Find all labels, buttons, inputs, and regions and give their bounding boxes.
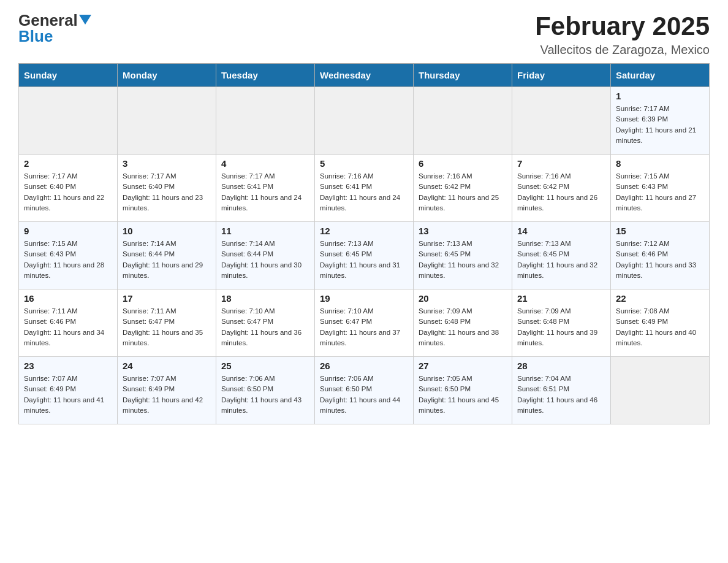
calendar-table: Sunday Monday Tuesday Wednesday Thursday… [18,63,710,424]
header-sunday: Sunday [19,64,118,87]
day-detail: Sunrise: 7:07 AMSunset: 6:49 PMDaylight:… [123,373,211,416]
day-detail: Sunrise: 7:16 AMSunset: 6:42 PMDaylight:… [517,171,605,213]
page-header: General Blue February 2025 Vallecitos de… [18,12,710,57]
calendar-day-cell [216,87,315,155]
day-number: 28 [517,361,605,371]
day-detail: Sunrise: 7:15 AMSunset: 6:43 PMDaylight:… [616,171,704,213]
day-detail: Sunrise: 7:13 AMSunset: 6:45 PMDaylight:… [419,239,507,281]
day-detail: Sunrise: 7:07 AMSunset: 6:49 PMDaylight:… [24,373,112,416]
day-number: 19 [320,293,408,304]
location-subtitle: Vallecitos de Zaragoza, Mexico [535,43,710,57]
calendar-day-cell: 2Sunrise: 7:17 AMSunset: 6:40 PMDaylight… [19,155,118,222]
calendar-day-cell: 15Sunrise: 7:12 AMSunset: 6:46 PMDayligh… [611,222,710,289]
header-monday: Monday [118,64,216,87]
calendar-day-cell: 28Sunrise: 7:04 AMSunset: 6:51 PMDayligh… [512,357,611,424]
day-number: 15 [616,226,704,236]
day-number: 10 [123,226,211,236]
day-detail: Sunrise: 7:09 AMSunset: 6:48 PMDaylight:… [517,306,605,348]
logo-blue-text: Blue [18,28,53,44]
day-number: 26 [320,361,408,371]
day-detail: Sunrise: 7:13 AMSunset: 6:45 PMDaylight:… [320,239,408,281]
calendar-day-cell [315,87,414,155]
day-number: 1 [616,91,704,101]
day-number: 9 [24,226,112,236]
logo-triangle-icon [79,15,91,25]
day-number: 25 [221,361,309,371]
day-number: 17 [123,293,211,304]
day-number: 4 [221,158,309,169]
calendar-day-cell: 3Sunrise: 7:17 AMSunset: 6:40 PMDaylight… [118,155,216,222]
weekday-header-row: Sunday Monday Tuesday Wednesday Thursday… [19,64,710,87]
calendar-day-cell: 19Sunrise: 7:10 AMSunset: 6:47 PMDayligh… [315,289,414,357]
calendar-day-cell: 4Sunrise: 7:17 AMSunset: 6:41 PMDaylight… [216,155,315,222]
calendar-day-cell: 5Sunrise: 7:16 AMSunset: 6:41 PMDaylight… [315,155,414,222]
day-number: 13 [419,226,507,236]
calendar-day-cell: 7Sunrise: 7:16 AMSunset: 6:42 PMDaylight… [512,155,611,222]
calendar-day-cell: 13Sunrise: 7:13 AMSunset: 6:45 PMDayligh… [414,222,512,289]
calendar-day-cell: 23Sunrise: 7:07 AMSunset: 6:49 PMDayligh… [19,357,118,424]
calendar-day-cell [512,87,611,155]
calendar-day-cell: 20Sunrise: 7:09 AMSunset: 6:48 PMDayligh… [414,289,512,357]
day-number: 23 [24,361,112,371]
day-detail: Sunrise: 7:14 AMSunset: 6:44 PMDaylight:… [221,239,309,281]
day-number: 11 [221,226,309,236]
calendar-day-cell: 21Sunrise: 7:09 AMSunset: 6:48 PMDayligh… [512,289,611,357]
day-detail: Sunrise: 7:12 AMSunset: 6:46 PMDaylight:… [616,239,704,281]
header-tuesday: Tuesday [216,64,315,87]
calendar-week-row: 2Sunrise: 7:17 AMSunset: 6:40 PMDaylight… [19,155,710,222]
day-detail: Sunrise: 7:10 AMSunset: 6:47 PMDaylight:… [320,306,408,348]
day-detail: Sunrise: 7:13 AMSunset: 6:45 PMDaylight:… [517,239,605,281]
day-number: 24 [123,361,211,371]
day-number: 3 [123,158,211,169]
calendar-title: February 2025 [535,12,710,40]
calendar-day-cell: 6Sunrise: 7:16 AMSunset: 6:42 PMDaylight… [414,155,512,222]
logo: General Blue [18,12,91,44]
day-number: 22 [616,293,704,304]
calendar-day-cell: 1Sunrise: 7:17 AMSunset: 6:39 PMDaylight… [611,87,710,155]
title-block: February 2025 Vallecitos de Zaragoza, Me… [535,12,710,57]
header-friday: Friday [512,64,611,87]
calendar-day-cell: 26Sunrise: 7:06 AMSunset: 6:50 PMDayligh… [315,357,414,424]
day-detail: Sunrise: 7:08 AMSunset: 6:49 PMDaylight:… [616,306,704,348]
day-number: 27 [419,361,507,371]
day-number: 21 [517,293,605,304]
calendar-day-cell: 10Sunrise: 7:14 AMSunset: 6:44 PMDayligh… [118,222,216,289]
day-detail: Sunrise: 7:10 AMSunset: 6:47 PMDaylight:… [221,306,309,348]
calendar-day-cell [118,87,216,155]
header-saturday: Saturday [611,64,710,87]
day-detail: Sunrise: 7:16 AMSunset: 6:42 PMDaylight:… [419,171,507,213]
logo-general-text: General [18,12,78,28]
calendar-day-cell: 14Sunrise: 7:13 AMSunset: 6:45 PMDayligh… [512,222,611,289]
day-number: 20 [419,293,507,304]
day-number: 2 [24,158,112,169]
calendar-day-cell: 16Sunrise: 7:11 AMSunset: 6:46 PMDayligh… [19,289,118,357]
header-wednesday: Wednesday [315,64,414,87]
calendar-week-row: 1Sunrise: 7:17 AMSunset: 6:39 PMDaylight… [19,87,710,155]
day-number: 6 [419,158,507,169]
day-number: 14 [517,226,605,236]
calendar-day-cell: 25Sunrise: 7:06 AMSunset: 6:50 PMDayligh… [216,357,315,424]
day-detail: Sunrise: 7:17 AMSunset: 6:41 PMDaylight:… [221,171,309,213]
day-detail: Sunrise: 7:06 AMSunset: 6:50 PMDaylight:… [320,373,408,416]
calendar-day-cell: 24Sunrise: 7:07 AMSunset: 6:49 PMDayligh… [118,357,216,424]
day-number: 7 [517,158,605,169]
calendar-day-cell: 18Sunrise: 7:10 AMSunset: 6:47 PMDayligh… [216,289,315,357]
calendar-day-cell: 27Sunrise: 7:05 AMSunset: 6:50 PMDayligh… [414,357,512,424]
day-detail: Sunrise: 7:14 AMSunset: 6:44 PMDaylight:… [123,239,211,281]
calendar-week-row: 23Sunrise: 7:07 AMSunset: 6:49 PMDayligh… [19,357,710,424]
day-detail: Sunrise: 7:09 AMSunset: 6:48 PMDaylight:… [419,306,507,348]
calendar-day-cell: 8Sunrise: 7:15 AMSunset: 6:43 PMDaylight… [611,155,710,222]
day-detail: Sunrise: 7:17 AMSunset: 6:40 PMDaylight:… [24,171,112,213]
day-detail: Sunrise: 7:15 AMSunset: 6:43 PMDaylight:… [24,239,112,281]
day-number: 8 [616,158,704,169]
day-detail: Sunrise: 7:05 AMSunset: 6:50 PMDaylight:… [419,373,507,416]
day-number: 12 [320,226,408,236]
day-detail: Sunrise: 7:04 AMSunset: 6:51 PMDaylight:… [517,373,605,416]
day-number: 16 [24,293,112,304]
calendar-day-cell [414,87,512,155]
day-detail: Sunrise: 7:17 AMSunset: 6:39 PMDaylight:… [616,104,704,146]
calendar-day-cell: 17Sunrise: 7:11 AMSunset: 6:47 PMDayligh… [118,289,216,357]
calendar-week-row: 9Sunrise: 7:15 AMSunset: 6:43 PMDaylight… [19,222,710,289]
header-thursday: Thursday [414,64,512,87]
calendar-day-cell [19,87,118,155]
